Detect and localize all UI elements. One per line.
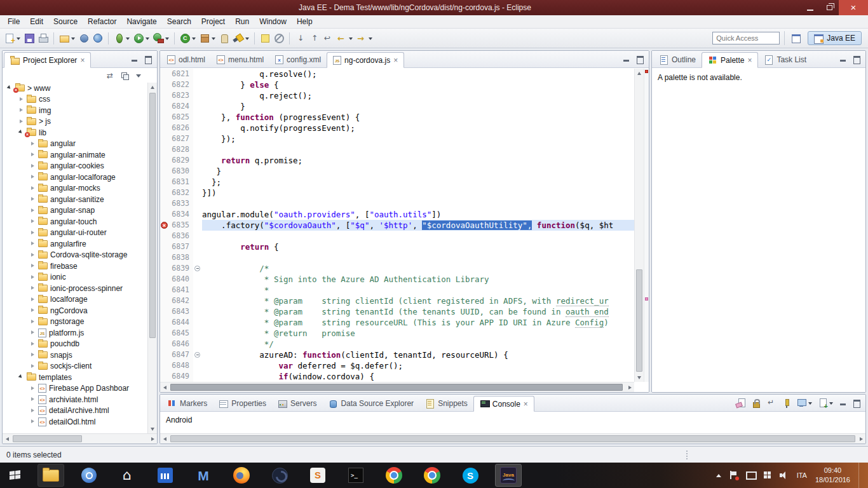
code-line[interactable]: 6831 };	[160, 177, 634, 187]
code-line[interactable]: 6834angular.module("oauth.providers", ["…	[160, 209, 634, 220]
annotation-ruler[interactable]	[160, 328, 169, 339]
tree-item-detailodl-html[interactable]: detailOdl.html	[3, 416, 147, 428]
show-desktop-button[interactable]	[858, 463, 863, 488]
tab-servers[interactable]: Servers	[272, 395, 322, 411]
code-line[interactable]: 6843 * @param string tenantId (the tenan…	[160, 306, 634, 317]
back-icon[interactable]	[335, 31, 355, 45]
tab-properties[interactable]: Properties	[213, 395, 272, 411]
expand-arrow-icon[interactable]	[29, 296, 36, 303]
code-line[interactable]: 6830 }	[160, 166, 634, 177]
scrollbar-thumb[interactable]	[149, 93, 156, 338]
explorer-vertical-scrollbar[interactable]	[147, 83, 157, 433]
annotation-ruler[interactable]	[160, 295, 169, 306]
expand-arrow-icon[interactable]	[29, 196, 36, 203]
expand-arrow-icon[interactable]	[18, 96, 25, 103]
taskbar-app-lenovo[interactable]	[153, 464, 178, 486]
mark-occurrences-icon[interactable]	[258, 31, 272, 45]
code-line[interactable]: 6822 } else {	[160, 79, 634, 90]
scroll-left-arrow[interactable]	[3, 435, 11, 444]
code-line[interactable]: 6836	[160, 231, 634, 241]
tree-item-archiviate-html[interactable]: archiviate.html	[3, 394, 147, 405]
code-line[interactable]: 6833	[160, 198, 634, 209]
annotation-ruler[interactable]	[160, 360, 169, 371]
tree-item-detailarchive-html[interactable]: detailArchive.html	[3, 405, 147, 417]
action-center-flag-icon[interactable]	[729, 471, 738, 480]
taskbar-firefox[interactable]	[229, 464, 254, 486]
expand-arrow-icon[interactable]	[29, 418, 36, 425]
hidden-icons-chevron[interactable]	[716, 474, 721, 477]
tree-item-angular-sanitize[interactable]: angular-sanitize	[3, 194, 147, 205]
expand-arrow-icon[interactable]	[29, 285, 36, 292]
run-icon[interactable]	[132, 31, 151, 45]
expand-arrow-icon[interactable]	[29, 163, 36, 170]
tree-item-angularfire[interactable]: angularfire	[3, 238, 147, 250]
taskbar-chrome[interactable]	[381, 464, 407, 486]
new-wizard-icon[interactable]	[3, 31, 22, 45]
collapse-all-icon[interactable]	[121, 72, 130, 80]
maximize-view-icon[interactable]	[143, 55, 153, 64]
close-view-icon[interactable]	[747, 56, 752, 65]
tree-item-angular-localforage[interactable]: angular-localforage	[3, 172, 147, 183]
taskbar-command-prompt[interactable]: >_	[343, 464, 369, 486]
tree-item-sockjs-client[interactable]: sockjs-client	[3, 361, 147, 372]
tree-item-angular-mocks[interactable]: angular-mocks	[3, 183, 147, 194]
scrollbar-thumb[interactable]	[13, 435, 82, 442]
maximize-view-icon[interactable]	[851, 398, 862, 407]
annotation-ruler[interactable]	[160, 220, 169, 231]
new-web-project-icon[interactable]	[91, 31, 105, 45]
tab-data-source-explorer[interactable]: Data Source Explorer	[322, 395, 419, 411]
new-java-package-icon[interactable]	[198, 31, 217, 45]
menu-help[interactable]: Help	[292, 16, 318, 27]
expand-arrow-icon[interactable]	[18, 107, 25, 114]
fold-collapse-icon[interactable]	[194, 352, 200, 358]
menu-project[interactable]: Project	[196, 16, 230, 27]
tree-item-angular-animate[interactable]: angular-animate	[3, 149, 147, 161]
expand-arrow-icon[interactable]	[29, 407, 36, 414]
code-line[interactable]: 6825 }, function (progressEvent) {	[160, 112, 634, 123]
code-line[interactable]: 6824 }	[160, 101, 634, 112]
tree-item-js[interactable]: > js	[3, 116, 147, 128]
annotation-ruler[interactable]	[160, 79, 169, 90]
menu-navigate[interactable]: Navigate	[121, 16, 161, 27]
scroll-right-arrow[interactable]	[857, 435, 865, 444]
tree-item-templates[interactable]: templates	[3, 372, 147, 383]
editor-tab-odl-html[interactable]: odl.html	[161, 51, 211, 67]
close-view-icon[interactable]	[524, 400, 528, 409]
view-menu-icon[interactable]	[135, 72, 144, 80]
tree-item-firebase[interactable]: firebase	[3, 261, 147, 272]
scrollbar-thumb[interactable]	[170, 435, 855, 442]
new-java-ee-project-icon[interactable]	[57, 31, 77, 45]
tree-item-angular-cookies[interactable]: angular-cookies	[3, 161, 147, 172]
collapse-arrow-icon[interactable]	[18, 374, 25, 381]
scroll-left-arrow[interactable]	[160, 435, 169, 444]
annotation-ruler[interactable]	[160, 317, 169, 328]
code-line[interactable]: 6837 return {	[160, 241, 634, 252]
scrollbar-thumb[interactable]	[170, 384, 623, 391]
expand-arrow-icon[interactable]	[29, 341, 36, 348]
annotation-ruler[interactable]	[160, 231, 169, 241]
taskbar-app-m[interactable]: M	[191, 464, 216, 486]
scrollbar-thumb[interactable]	[636, 269, 642, 372]
link-with-editor-icon[interactable]	[107, 72, 116, 80]
search-icon[interactable]	[231, 31, 251, 45]
open-perspective-button[interactable]	[789, 31, 803, 45]
expand-arrow-icon[interactable]	[29, 396, 36, 403]
expand-arrow-icon[interactable]	[29, 207, 36, 214]
expand-arrow-icon[interactable]	[18, 118, 25, 125]
tree-item-angular-touch[interactable]: angular-touch	[3, 216, 147, 227]
minimize-view-icon[interactable]	[621, 55, 632, 64]
start-button[interactable]	[0, 463, 31, 488]
menu-file[interactable]: File	[3, 16, 25, 27]
explorer-horizontal-scrollbar[interactable]	[3, 433, 157, 444]
code-line[interactable]: 6835 .factory("$cordovaOauth", ["$q", '$…	[160, 220, 634, 231]
scroll-right-arrow[interactable]	[148, 435, 157, 444]
annotation-ruler[interactable]	[160, 101, 169, 112]
open-jar-icon[interactable]	[217, 31, 231, 45]
taskbar-app-blue-circle[interactable]	[76, 464, 102, 486]
taskbar-app-home[interactable]: ⌂	[114, 464, 140, 486]
clear-console-icon[interactable]	[734, 396, 747, 409]
annotation-ruler[interactable]	[160, 112, 169, 123]
display-tray-icon[interactable]	[746, 471, 756, 480]
tree-item-firebase-app-dashboar[interactable]: Firebase App Dashboar	[3, 383, 147, 395]
code-line[interactable]: 6848 var deferred = $q.defer();	[160, 360, 634, 371]
